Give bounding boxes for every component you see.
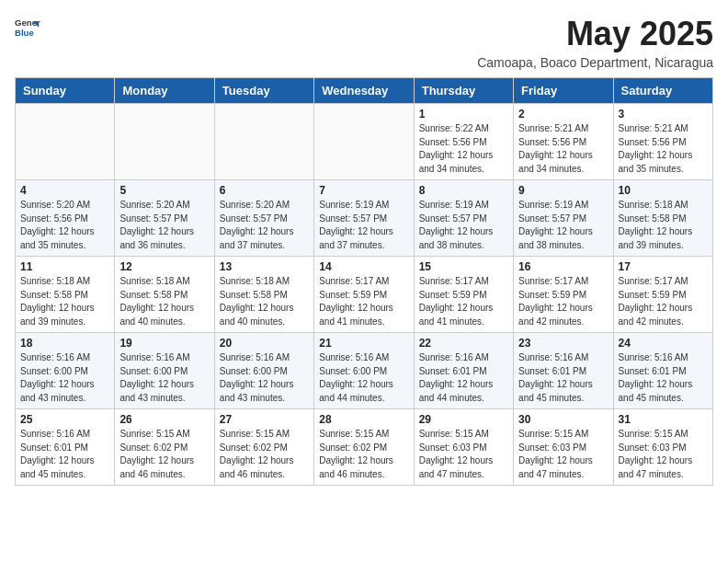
calendar-table: SundayMondayTuesdayWednesdayThursdayFrid…	[15, 77, 713, 486]
day-info: Sunrise: 5:16 AM Sunset: 6:01 PM Dayligh…	[419, 351, 508, 405]
day-info: Sunrise: 5:15 AM Sunset: 6:03 PM Dayligh…	[419, 428, 508, 481]
day-number: 1	[419, 108, 508, 121]
day-number: 19	[119, 337, 209, 350]
day-number: 25	[20, 413, 109, 426]
weekday-header-saturday: Saturday	[613, 78, 712, 104]
day-number: 29	[419, 413, 508, 426]
calendar-day	[314, 104, 414, 180]
svg-text:Blue: Blue	[15, 28, 34, 38]
day-info: Sunrise: 5:17 AM Sunset: 5:59 PM Dayligh…	[319, 275, 408, 328]
day-info: Sunrise: 5:18 AM Sunset: 5:58 PM Dayligh…	[20, 275, 109, 328]
day-info: Sunrise: 5:18 AM Sunset: 5:58 PM Dayligh…	[119, 275, 209, 328]
day-info: Sunrise: 5:16 AM Sunset: 6:00 PM Dayligh…	[119, 351, 209, 405]
day-number: 31	[619, 413, 708, 426]
day-info: Sunrise: 5:15 AM Sunset: 6:02 PM Dayligh…	[119, 428, 209, 481]
day-number: 27	[220, 413, 309, 426]
logo-icon: General Blue	[15, 15, 40, 40]
main-title: May 2025	[477, 15, 713, 53]
calendar-day: 1Sunrise: 5:22 AM Sunset: 5:56 PM Daylig…	[414, 104, 513, 180]
weekday-header-sunday: Sunday	[16, 78, 115, 104]
calendar-day: 9Sunrise: 5:19 AM Sunset: 5:57 PM Daylig…	[514, 180, 613, 257]
calendar-day: 29Sunrise: 5:15 AM Sunset: 6:03 PM Dayli…	[414, 409, 513, 486]
weekday-header-wednesday: Wednesday	[314, 78, 414, 104]
calendar-day: 12Sunrise: 5:18 AM Sunset: 5:58 PM Dayli…	[115, 257, 214, 333]
calendar-week-row: 11Sunrise: 5:18 AM Sunset: 5:58 PM Dayli…	[16, 257, 713, 333]
calendar-day: 26Sunrise: 5:15 AM Sunset: 6:02 PM Dayli…	[115, 409, 214, 486]
calendar-day	[115, 104, 214, 180]
day-number: 30	[518, 413, 608, 426]
day-info: Sunrise: 5:18 AM Sunset: 5:58 PM Dayligh…	[220, 275, 309, 328]
page-header: General Blue May 2025 Camoapa, Boaco Dep…	[15, 15, 713, 70]
day-number: 6	[220, 184, 309, 197]
title-block: May 2025 Camoapa, Boaco Department, Nica…	[477, 15, 713, 70]
day-info: Sunrise: 5:15 AM Sunset: 6:02 PM Dayligh…	[319, 428, 408, 481]
calendar-day: 3Sunrise: 5:21 AM Sunset: 5:56 PM Daylig…	[613, 104, 712, 180]
day-info: Sunrise: 5:15 AM Sunset: 6:03 PM Dayligh…	[518, 428, 608, 481]
calendar-day: 6Sunrise: 5:20 AM Sunset: 5:57 PM Daylig…	[214, 180, 313, 257]
day-info: Sunrise: 5:19 AM Sunset: 5:57 PM Dayligh…	[518, 199, 608, 252]
calendar-day: 19Sunrise: 5:16 AM Sunset: 6:00 PM Dayli…	[115, 333, 214, 409]
day-info: Sunrise: 5:21 AM Sunset: 5:56 PM Dayligh…	[518, 122, 608, 176]
calendar-day: 10Sunrise: 5:18 AM Sunset: 5:58 PM Dayli…	[613, 180, 712, 257]
day-info: Sunrise: 5:22 AM Sunset: 5:56 PM Dayligh…	[419, 122, 508, 176]
day-number: 14	[319, 260, 408, 273]
day-info: Sunrise: 5:20 AM Sunset: 5:57 PM Dayligh…	[119, 199, 209, 252]
calendar-day: 7Sunrise: 5:19 AM Sunset: 5:57 PM Daylig…	[314, 180, 414, 257]
calendar-day	[16, 104, 115, 180]
weekday-header-friday: Friday	[514, 78, 613, 104]
calendar-day: 20Sunrise: 5:16 AM Sunset: 6:00 PM Dayli…	[214, 333, 313, 409]
day-number: 5	[119, 184, 209, 197]
day-info: Sunrise: 5:21 AM Sunset: 5:56 PM Dayligh…	[619, 122, 708, 176]
day-number: 28	[319, 413, 408, 426]
day-info: Sunrise: 5:16 AM Sunset: 6:01 PM Dayligh…	[619, 351, 708, 405]
calendar-day: 23Sunrise: 5:16 AM Sunset: 6:01 PM Dayli…	[514, 333, 613, 409]
calendar-day: 28Sunrise: 5:15 AM Sunset: 6:02 PM Dayli…	[314, 409, 414, 486]
day-info: Sunrise: 5:16 AM Sunset: 6:00 PM Dayligh…	[20, 351, 109, 405]
day-info: Sunrise: 5:18 AM Sunset: 5:58 PM Dayligh…	[619, 199, 708, 252]
day-info: Sunrise: 5:19 AM Sunset: 5:57 PM Dayligh…	[419, 199, 508, 252]
weekday-header-row: SundayMondayTuesdayWednesdayThursdayFrid…	[16, 78, 713, 104]
weekday-header-thursday: Thursday	[414, 78, 513, 104]
day-number: 11	[20, 260, 109, 273]
day-number: 22	[419, 337, 508, 350]
calendar-day	[214, 104, 313, 180]
calendar-day: 2Sunrise: 5:21 AM Sunset: 5:56 PM Daylig…	[514, 104, 613, 180]
day-number: 8	[419, 184, 508, 197]
day-number: 20	[220, 337, 309, 350]
calendar-day: 21Sunrise: 5:16 AM Sunset: 6:00 PM Dayli…	[314, 333, 414, 409]
calendar-week-row: 18Sunrise: 5:16 AM Sunset: 6:00 PM Dayli…	[16, 333, 713, 409]
calendar-day: 5Sunrise: 5:20 AM Sunset: 5:57 PM Daylig…	[115, 180, 214, 257]
day-number: 23	[518, 337, 608, 350]
day-number: 2	[518, 108, 608, 121]
calendar-day: 31Sunrise: 5:15 AM Sunset: 6:03 PM Dayli…	[613, 409, 712, 486]
calendar-day: 11Sunrise: 5:18 AM Sunset: 5:58 PM Dayli…	[16, 257, 115, 333]
day-info: Sunrise: 5:20 AM Sunset: 5:57 PM Dayligh…	[220, 199, 309, 252]
calendar-day: 13Sunrise: 5:18 AM Sunset: 5:58 PM Dayli…	[214, 257, 313, 333]
calendar-day: 4Sunrise: 5:20 AM Sunset: 5:56 PM Daylig…	[16, 180, 115, 257]
day-info: Sunrise: 5:17 AM Sunset: 5:59 PM Dayligh…	[518, 275, 608, 328]
calendar-day: 15Sunrise: 5:17 AM Sunset: 5:59 PM Dayli…	[414, 257, 513, 333]
day-number: 7	[319, 184, 408, 197]
day-number: 12	[119, 260, 209, 273]
calendar-day: 18Sunrise: 5:16 AM Sunset: 6:00 PM Dayli…	[16, 333, 115, 409]
day-number: 3	[619, 108, 708, 121]
day-info: Sunrise: 5:16 AM Sunset: 6:01 PM Dayligh…	[20, 428, 109, 481]
calendar-day: 22Sunrise: 5:16 AM Sunset: 6:01 PM Dayli…	[414, 333, 513, 409]
day-info: Sunrise: 5:17 AM Sunset: 5:59 PM Dayligh…	[419, 275, 508, 328]
calendar-day: 24Sunrise: 5:16 AM Sunset: 6:01 PM Dayli…	[613, 333, 712, 409]
day-info: Sunrise: 5:16 AM Sunset: 6:00 PM Dayligh…	[319, 351, 408, 405]
day-info: Sunrise: 5:15 AM Sunset: 6:03 PM Dayligh…	[619, 428, 708, 481]
day-info: Sunrise: 5:20 AM Sunset: 5:56 PM Dayligh…	[20, 199, 109, 252]
day-number: 18	[20, 337, 109, 350]
day-number: 16	[518, 260, 608, 273]
day-number: 4	[20, 184, 109, 197]
calendar-day: 17Sunrise: 5:17 AM Sunset: 5:59 PM Dayli…	[613, 257, 712, 333]
day-info: Sunrise: 5:19 AM Sunset: 5:57 PM Dayligh…	[319, 199, 408, 252]
calendar-day: 30Sunrise: 5:15 AM Sunset: 6:03 PM Dayli…	[514, 409, 613, 486]
calendar-week-row: 1Sunrise: 5:22 AM Sunset: 5:56 PM Daylig…	[16, 104, 713, 180]
day-info: Sunrise: 5:16 AM Sunset: 6:01 PM Dayligh…	[518, 351, 608, 405]
weekday-header-tuesday: Tuesday	[214, 78, 313, 104]
calendar-week-row: 4Sunrise: 5:20 AM Sunset: 5:56 PM Daylig…	[16, 180, 713, 257]
day-number: 17	[619, 260, 708, 273]
day-number: 26	[119, 413, 209, 426]
